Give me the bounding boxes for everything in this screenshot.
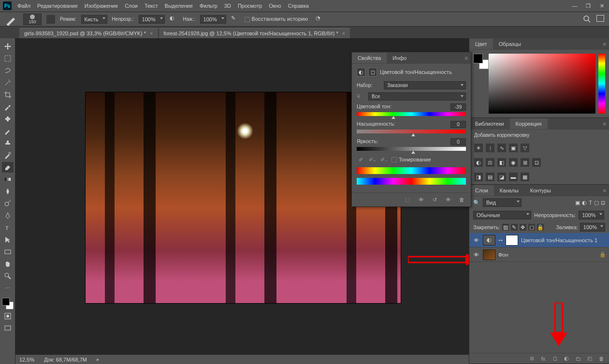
- pen-tool[interactable]: [2, 210, 14, 221]
- type-tool[interactable]: T: [2, 222, 14, 233]
- layer-mask-thumb[interactable]: [506, 235, 518, 246]
- reset-icon[interactable]: ↺: [430, 196, 439, 204]
- delete-adj-icon[interactable]: 🗑: [457, 196, 466, 204]
- zoom-tool[interactable]: [2, 271, 14, 281]
- layer-thumb-img[interactable]: [483, 249, 495, 260]
- menu-edit[interactable]: Редактирование: [37, 3, 78, 9]
- hue-value[interactable]: -39: [450, 103, 466, 111]
- adj-invert-icon[interactable]: ◨: [474, 173, 483, 181]
- color-field[interactable]: [489, 54, 595, 114]
- libraries-tab[interactable]: Библиотеки: [469, 118, 510, 129]
- adj-curves-icon[interactable]: ∿: [497, 144, 506, 152]
- lock-all-icon[interactable]: 🔒: [537, 224, 544, 231]
- panel-menu-icon[interactable]: ≡: [603, 188, 609, 193]
- saturation-value[interactable]: 0: [450, 121, 466, 128]
- edit-toolbar[interactable]: ⋯: [2, 283, 14, 293]
- layers-tab[interactable]: Слои: [469, 185, 494, 196]
- lock-paint-icon[interactable]: ✎: [511, 224, 518, 231]
- view-previous-icon[interactable]: 👁: [417, 196, 425, 204]
- rectangle-tool[interactable]: [2, 247, 14, 257]
- eyedropper-sub-icon[interactable]: ✐₋: [380, 156, 388, 163]
- eraser-tool[interactable]: [2, 162, 14, 173]
- window-maximize[interactable]: ❐: [584, 2, 593, 9]
- tab-close-icon[interactable]: ×: [150, 30, 153, 36]
- layer-thumb-adj[interactable]: ◐: [483, 235, 495, 246]
- wand-tool[interactable]: [2, 77, 14, 88]
- move-tool[interactable]: [2, 41, 14, 52]
- lightness-slider[interactable]: [357, 147, 466, 151]
- mode-dropdown[interactable]: Кисть: [81, 15, 107, 24]
- adj-posterize-icon[interactable]: ▤: [486, 173, 494, 181]
- swatches-tab[interactable]: Образцы: [493, 39, 527, 49]
- blend-mode-dropdown[interactable]: Обычные: [473, 211, 531, 219]
- tablet-pressure-icon[interactable]: ◔: [316, 15, 324, 24]
- history-brush-tool[interactable]: [2, 150, 14, 160]
- tab-close-icon[interactable]: ×: [342, 30, 345, 36]
- document-tab-1[interactable]: girls-993583_1920.psd @ 33,3% (RGB/8#/CM…: [19, 28, 158, 38]
- add-mask-icon[interactable]: ◻: [551, 355, 559, 363]
- delete-layer-icon[interactable]: 🗑: [597, 355, 605, 363]
- lock-transparent-icon[interactable]: ▨: [502, 224, 509, 231]
- crop-tool[interactable]: [2, 89, 14, 100]
- new-group-icon[interactable]: 🗀: [574, 355, 582, 363]
- menu-select[interactable]: Выделение: [165, 3, 193, 9]
- airbrush-icon[interactable]: ✎: [231, 15, 240, 24]
- layer-fx-icon[interactable]: fx: [539, 355, 547, 363]
- menu-layer[interactable]: Слои: [125, 3, 138, 9]
- panel-menu-icon[interactable]: ≡: [603, 121, 609, 127]
- toggle-visibility-icon[interactable]: 👁: [444, 196, 452, 204]
- fill-input[interactable]: 100%: [580, 223, 605, 232]
- filter-shape-icon[interactable]: ▢: [594, 200, 599, 206]
- lasso-tool[interactable]: [2, 65, 14, 76]
- blur-tool[interactable]: [2, 186, 14, 197]
- flow-dropdown[interactable]: 100%: [200, 15, 226, 24]
- eyedropper-tool[interactable]: [2, 102, 14, 112]
- filter-adj-icon[interactable]: ◐: [582, 200, 587, 206]
- eyedropper-add-icon[interactable]: ✐₊: [368, 156, 376, 163]
- layer-name[interactable]: Цветовой тон/Насыщенность 1: [521, 237, 597, 243]
- adj-mixer-icon[interactable]: ⊞: [521, 158, 529, 167]
- new-adjustment-icon[interactable]: ◐: [563, 355, 570, 363]
- adj-exposure-icon[interactable]: ▣: [509, 144, 518, 152]
- adj-brightness-icon[interactable]: ☀: [474, 144, 483, 152]
- targeted-adj-icon[interactable]: ☟: [357, 93, 365, 100]
- link-layers-icon[interactable]: ⊘: [528, 355, 536, 363]
- zoom-level[interactable]: 12,5%: [19, 357, 34, 363]
- filter-smart-icon[interactable]: ⊡: [601, 200, 605, 206]
- color-fg-bg[interactable]: [473, 54, 486, 66]
- window-minimize[interactable]: —: [570, 2, 579, 9]
- menu-3d[interactable]: 3D: [224, 3, 231, 9]
- menu-window[interactable]: Окно: [269, 3, 281, 9]
- color-tab[interactable]: Цвет: [469, 39, 493, 49]
- menu-view[interactable]: Просмотр: [238, 3, 262, 9]
- window-close[interactable]: ✕: [597, 2, 606, 9]
- layer-name[interactable]: Фон: [498, 252, 508, 258]
- opacity-dropdown[interactable]: 100%: [139, 15, 165, 24]
- adj-lookup-icon[interactable]: ⊡: [532, 158, 541, 167]
- menu-help[interactable]: Справка: [288, 3, 309, 9]
- adj-bw-icon[interactable]: ◧: [497, 158, 506, 167]
- healing-tool[interactable]: [2, 114, 14, 124]
- adj-photo-filter-icon[interactable]: ◉: [509, 158, 518, 167]
- adj-hue-icon[interactable]: ◐: [474, 158, 483, 167]
- brush-tool[interactable]: [2, 126, 14, 136]
- menu-type[interactable]: Текст: [145, 3, 158, 9]
- brush-panel-toggle-icon[interactable]: [46, 15, 55, 24]
- screenmode-tool[interactable]: [2, 323, 14, 334]
- layer-opacity-input[interactable]: 100%: [579, 211, 604, 219]
- brush-preview[interactable]: 150: [23, 14, 42, 25]
- menu-filter[interactable]: Фильтр: [200, 3, 218, 9]
- colorize-checkbox[interactable]: Тонирование: [392, 157, 431, 163]
- history-checkbox[interactable]: Восстановить историю: [245, 16, 308, 22]
- mask-icon[interactable]: ◻: [368, 68, 377, 76]
- panel-menu-icon[interactable]: ≡: [603, 41, 609, 47]
- filter-kind-dropdown[interactable]: Вид: [483, 198, 522, 207]
- panel-menu-icon[interactable]: ≡: [465, 55, 471, 61]
- adj-vibrance-icon[interactable]: ▽: [521, 144, 529, 152]
- eyedropper-icon[interactable]: ✐: [357, 156, 364, 163]
- paths-tab[interactable]: Контуры: [524, 185, 557, 196]
- clip-to-layer-icon[interactable]: ⬚: [403, 196, 412, 204]
- properties-tab[interactable]: Свойства: [352, 53, 387, 63]
- info-tab[interactable]: Инфо: [387, 53, 412, 63]
- path-select-tool[interactable]: [2, 234, 14, 245]
